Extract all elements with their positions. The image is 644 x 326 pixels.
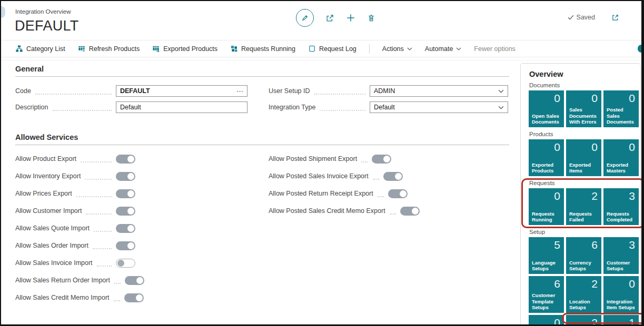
- toggles-column-left: Allow Product ExportAllow Inventory Expo…: [15, 154, 135, 310]
- pencil-icon: [301, 14, 309, 22]
- toggles-column-right: Allow Posted Shipment ExportAllow Posted…: [269, 154, 388, 223]
- tile-label: Location Setups: [569, 299, 600, 310]
- allow-inventory-export-toggle[interactable]: [116, 172, 135, 181]
- group-label: Requests: [529, 180, 640, 186]
- toggle-label: Allow Posted Shipment Export: [269, 155, 357, 162]
- tile-label: Posted Sales Documents: [607, 107, 637, 125]
- integration-type-select[interactable]: Default: [370, 101, 508, 113]
- tile-value: 0: [629, 278, 635, 290]
- user-setup-id-select[interactable]: ADMIN: [370, 85, 508, 97]
- allow-posted-shipment-export-toggle[interactable]: [372, 155, 391, 164]
- chevron-down-icon[interactable]: [498, 106, 504, 109]
- requests-running-tile[interactable]: 0Requests Running: [529, 188, 564, 225]
- integration-item-setups-tile[interactable]: 0Integration Item Setups: [603, 276, 639, 313]
- code-input[interactable]: DEFAULT ⋯: [116, 85, 247, 97]
- chevron-down-icon[interactable]: [498, 89, 504, 93]
- right-panel-handle[interactable]: [638, 45, 641, 53]
- dotted-leader: [390, 208, 396, 215]
- allow-product-export-toggle[interactable]: [116, 155, 135, 164]
- open-sales-documents-tile[interactable]: 0Open Sales Documents: [529, 90, 564, 127]
- app-window: Integration Overview DEFAULT: [0, 0, 644, 326]
- currency-setups-tile[interactable]: 6Currency Setups: [566, 237, 601, 274]
- requests-failed-tile[interactable]: 2Requests Failed: [566, 188, 601, 225]
- toggle-label: Allow Inventory Export: [15, 172, 81, 180]
- toggle-label: Allow Product Export: [15, 155, 76, 162]
- popout-button[interactable]: [611, 14, 619, 22]
- request-setups-tile[interactable]: 2Request Setups: [566, 315, 601, 326]
- allow-prices-export-toggle[interactable]: [116, 189, 135, 198]
- category-list-button[interactable]: Category List: [15, 45, 65, 53]
- request-log-icon: [308, 45, 316, 53]
- trash-icon: [367, 14, 375, 23]
- check-icon: [568, 15, 574, 20]
- chevron-down-icon: [456, 47, 461, 50]
- breadcrumb[interactable]: Integration Overview: [15, 8, 71, 15]
- posted-sales-documents-tile[interactable]: 0Posted Sales Documents: [603, 90, 639, 127]
- products-group: Products0Exported Products0Exported Item…: [529, 131, 640, 176]
- allow-customer-import-toggle[interactable]: [116, 207, 135, 216]
- allow-sales-return-order-import-toggle[interactable]: [125, 276, 144, 285]
- assist-edit-button[interactable]: ⋯: [236, 87, 243, 95]
- sales-documents-with-errors-tile[interactable]: 0Sales Documents With Errors: [566, 90, 601, 127]
- allow-posted-sales-credit-memo-export-toggle[interactable]: [400, 207, 420, 216]
- exported-items-tile[interactable]: 0Exported Items: [566, 139, 601, 176]
- automate-menu[interactable]: Automate: [425, 45, 462, 53]
- tile-value: 0: [591, 92, 598, 105]
- description-input[interactable]: Default: [116, 101, 247, 113]
- allow-sales-credit-memo-import-toggle[interactable]: [124, 293, 144, 302]
- fewer-options-button[interactable]: Fewer options: [474, 45, 516, 53]
- dotted-leader: [94, 225, 112, 232]
- toggle-label: Allow Sales Quote Import: [15, 225, 90, 232]
- group-label: Products: [529, 131, 640, 137]
- refresh-products-button[interactable]: Refresh Products: [78, 45, 140, 53]
- allow-sales-quote-import-toggle[interactable]: [116, 224, 135, 233]
- exported-products-button[interactable]: Exported Products: [152, 45, 217, 53]
- tile-label: Integration Item Setups: [607, 299, 637, 310]
- request-log-button[interactable]: Request Log: [308, 45, 356, 53]
- tile-label: Customer Template Setups: [532, 292, 562, 310]
- allow-posted-sales-invoice-export-toggle[interactable]: [383, 172, 403, 181]
- toggle-row: Allow Inventory Export: [15, 171, 135, 181]
- toggle-row: Allow Posted Return Receipt Export: [269, 188, 388, 199]
- toggle-row: Allow Posted Shipment Export: [269, 154, 388, 164]
- page-header: Integration Overview DEFAULT: [1, 1, 641, 40]
- save-status: Saved: [568, 14, 595, 21]
- requests-running-button[interactable]: Requests Running: [230, 45, 295, 53]
- tile-value: 0: [629, 141, 635, 154]
- tile-label: Language Setups: [532, 260, 562, 271]
- new-button[interactable]: [346, 13, 355, 23]
- delete-button[interactable]: [367, 14, 375, 23]
- customer-setups-tile[interactable]: 3Customer Setups: [603, 237, 639, 274]
- allow-sales-invoice-import-toggle[interactable]: [116, 259, 135, 268]
- toggle-row: Allow Sales Order Import: [15, 240, 135, 251]
- field-label: Code: [15, 87, 31, 95]
- additional-data-setups-tile[interactable]: 0Additional Data Setups: [529, 315, 564, 326]
- toggle-row: Allow Posted Sales Credit Memo Export: [269, 206, 388, 216]
- allow-sales-order-import-toggle[interactable]: [116, 241, 135, 250]
- exported-products-tile[interactable]: 0Exported Products: [529, 139, 564, 176]
- tile-label: Requests Completed: [607, 211, 637, 222]
- exported-masters-tile[interactable]: 0Exported Masters: [603, 139, 639, 176]
- share-button[interactable]: [325, 14, 334, 23]
- location-setups-tile[interactable]: 2Location Setups: [566, 276, 601, 313]
- dotted-leader: [361, 156, 368, 162]
- allow-posted-return-receipt-export-toggle[interactable]: [388, 189, 408, 198]
- actions-menu[interactable]: Actions: [382, 45, 412, 53]
- tile-label: Open Sales Documents: [532, 113, 562, 125]
- field-label: User Setup ID: [269, 87, 310, 95]
- tile-value: 0: [554, 141, 560, 154]
- customer-template-setups-tile[interactable]: 6Customer Template Setups: [529, 276, 564, 313]
- tile-value: 0: [554, 190, 560, 202]
- language-setups-tile[interactable]: 5Language Setups: [529, 237, 564, 274]
- tile-label: Exported Products: [532, 162, 562, 174]
- edit-button[interactable]: [296, 9, 314, 27]
- toggle-label: Allow Sales Order Import: [15, 242, 88, 249]
- general-heading: General: [15, 65, 509, 77]
- requests-completed-tile[interactable]: 3Requests Completed: [603, 188, 639, 225]
- tile-value: 0: [591, 141, 598, 154]
- toggle-label: Allow Sales Invoice Import: [15, 259, 93, 267]
- allowed-services-heading: Allowed Services: [15, 133, 509, 145]
- tile-value: 2: [591, 278, 598, 290]
- toolbar-item-label: Exported Products: [163, 45, 217, 53]
- scheduled-request-setups-tile[interactable]: 1Scheduled Request Setups: [603, 315, 639, 326]
